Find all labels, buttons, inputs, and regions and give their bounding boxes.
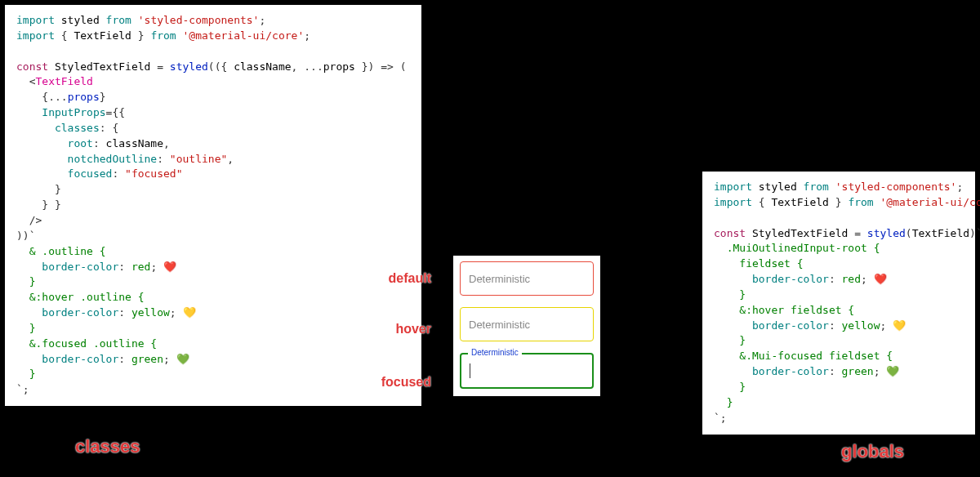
state-label-default: default: [366, 271, 431, 286]
caption-classes: classes: [75, 436, 140, 457]
text-caret-icon: [470, 363, 470, 378]
caption-globals: globals: [841, 441, 904, 462]
state-label-focused: focused: [366, 375, 431, 390]
textfield-focused[interactable]: Deterministic: [460, 353, 594, 389]
code-panel-globals: import styled from 'styled-components'; …: [702, 172, 975, 435]
state-label-hover: hover: [366, 322, 431, 337]
textfield-placeholder: Deterministic: [469, 319, 530, 331]
textfield-demo-column: Deterministic Deterministic Deterministi…: [453, 256, 600, 396]
code-panel-classes: import styled from 'styled-components'; …: [5, 5, 421, 406]
textfield-placeholder: Deterministic: [469, 273, 530, 285]
textfield-floating-label: Deterministic: [468, 348, 522, 357]
textfield-default[interactable]: Deterministic: [460, 261, 594, 296]
textfield-hover[interactable]: Deterministic: [460, 307, 594, 341]
